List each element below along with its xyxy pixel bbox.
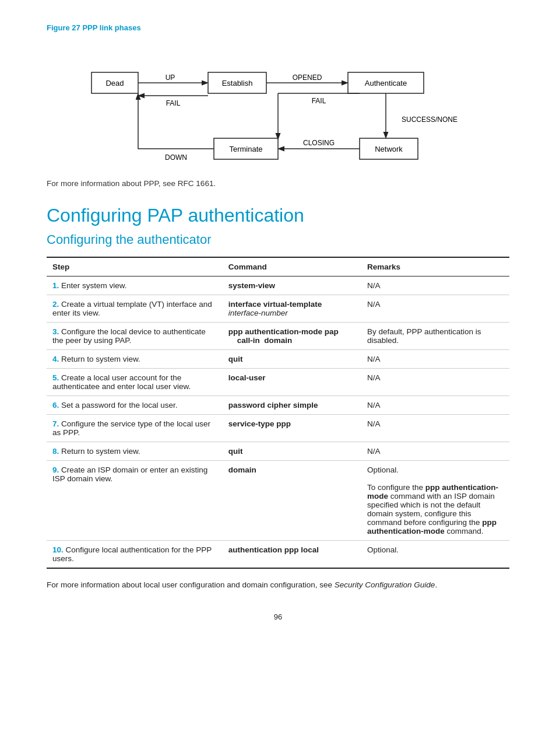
cell-remarks: N/A [361, 350, 509, 369]
table-header-row: Step Command Remarks [47, 257, 509, 276]
cell-remarks: N/A [361, 396, 509, 415]
ppp-diagram-svg: Dead Establish Authenticate Terminate Ne… [74, 40, 482, 169]
table-row: 10. Configure local authentication for t… [47, 541, 509, 569]
table-row: 4. Return to system view.quitN/A [47, 350, 509, 369]
svg-text:FAIL: FAIL [166, 99, 181, 107]
subheading: Configuring the authenticator [47, 232, 509, 247]
figure-caption: For more information about PPP, see RFC … [47, 179, 509, 188]
cell-remarks: Optional. [361, 541, 509, 569]
footer-text: For more information about local user co… [47, 580, 509, 589]
figure-title: Figure 27 PPP link phases [47, 23, 509, 32]
ppp-diagram: Dead Establish Authenticate Terminate Ne… [74, 40, 482, 169]
col-header-remarks: Remarks [361, 257, 509, 276]
cell-step: 5. Create a local user account for the a… [47, 369, 223, 396]
col-header-step: Step [47, 257, 223, 276]
cell-remarks: N/A [361, 415, 509, 442]
cell-remarks: By default, PPP authentication is disabl… [361, 323, 509, 350]
svg-text:Authenticate: Authenticate [365, 79, 407, 88]
cell-command: system-view [223, 276, 361, 295]
cell-remarks: N/A [361, 442, 509, 461]
svg-text:Network: Network [375, 145, 403, 153]
cell-remarks: N/A [361, 276, 509, 295]
table-row: 6. Set a password for the local user.pas… [47, 396, 509, 415]
cell-step: 4. Return to system view. [47, 350, 223, 369]
table-row: 5. Create a local user account for the a… [47, 369, 509, 396]
svg-text:Terminate: Terminate [229, 145, 262, 153]
table-row: 3. Configure the local device to authent… [47, 323, 509, 350]
cell-command: domain [223, 461, 361, 541]
cell-remarks: N/A [361, 369, 509, 396]
cell-step: 7. Configure the service type of the loc… [47, 415, 223, 442]
cell-remarks: N/A [361, 295, 509, 323]
table-row: 1. Enter system view.system-viewN/A [47, 276, 509, 295]
cell-command: local-user [223, 369, 361, 396]
cell-command: interface virtual-templateinterface-numb… [223, 295, 361, 323]
cell-step: 9. Create an ISP domain or enter an exis… [47, 461, 223, 541]
cell-command: password cipher simple [223, 396, 361, 415]
svg-text:DOWN: DOWN [165, 153, 187, 162]
cell-step: 2. Create a virtual template (VT) interf… [47, 295, 223, 323]
cell-remarks: Optional.To configure the ppp authentica… [361, 461, 509, 541]
cell-step: 8. Return to system view. [47, 442, 223, 461]
svg-text:FAIL: FAIL [312, 97, 326, 105]
cell-step: 10. Configure local authentication for t… [47, 541, 223, 569]
cell-command: quit [223, 442, 361, 461]
config-table: Step Command Remarks 1. Enter system vie… [47, 257, 509, 569]
svg-text:UP: UP [166, 74, 175, 82]
svg-text:CLOSING: CLOSING [303, 139, 335, 147]
cell-command: quit [223, 350, 361, 369]
svg-text:OPENED: OPENED [293, 74, 322, 82]
col-header-command: Command [223, 257, 361, 276]
svg-text:Dead: Dead [105, 79, 124, 88]
cell-step: 3. Configure the local device to authent… [47, 323, 223, 350]
table-row: 9. Create an ISP domain or enter an exis… [47, 461, 509, 541]
table-row: 7. Configure the service type of the loc… [47, 415, 509, 442]
main-heading: Configuring PAP authentication [47, 204, 509, 226]
table-row: 2. Create a virtual template (VT) interf… [47, 295, 509, 323]
svg-text:SUCCESS/NONE: SUCCESS/NONE [402, 116, 458, 124]
figure-section: Figure 27 PPP link phases Dead Establish… [47, 23, 509, 188]
cell-step: 1. Enter system view. [47, 276, 223, 295]
table-row: 8. Return to system view.quitN/A [47, 442, 509, 461]
page-number: 96 [47, 612, 509, 621]
cell-command: service-type ppp [223, 415, 361, 442]
cell-command: authentication ppp local [223, 541, 361, 569]
cell-step: 6. Set a password for the local user. [47, 396, 223, 415]
cell-command: ppp authentication-mode pap call-in doma… [223, 323, 361, 350]
svg-text:Establish: Establish [222, 79, 253, 88]
